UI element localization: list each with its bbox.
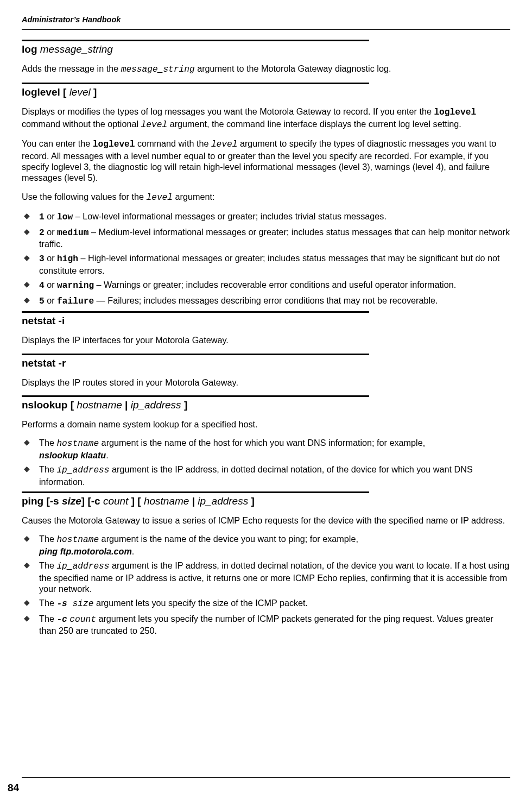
text: . — [132, 546, 135, 556]
heading-argument: count — [103, 495, 128, 507]
list-item: The -s size argument lets you specify th… — [22, 597, 510, 609]
heading-argument: size — [62, 495, 81, 507]
code-kw: low — [57, 212, 73, 222]
heading-keyword: ping [-s — [22, 495, 59, 507]
heading-sep: | — [122, 399, 131, 411]
text: or — [45, 295, 57, 305]
text: argument lets you specify the number of … — [39, 614, 493, 635]
heading-log: log message_string — [22, 43, 510, 55]
text: The — [39, 534, 56, 544]
code-arg: ip_address — [56, 562, 109, 571]
text: argument to the Motorola Gateway diagnos… — [195, 64, 391, 73]
text: command with the — [135, 138, 211, 148]
heading-nslookup: nslookup [ hostname | ip_address ] — [22, 399, 510, 411]
heading-argument: message_string — [40, 43, 113, 55]
space — [67, 599, 73, 609]
heading-argument: hostname — [144, 495, 189, 507]
code-kw: medium — [57, 228, 88, 238]
code-arg: count — [69, 615, 96, 625]
code-num: 4 — [39, 281, 45, 291]
text: or — [45, 227, 57, 237]
heading-keyword: ] — [251, 495, 254, 507]
paragraph: Use the following values for the level a… — [22, 191, 510, 203]
running-header: Administrator’s Handbook — [22, 15, 510, 24]
code-arg: level — [141, 120, 168, 130]
code-arg: hostname — [56, 439, 99, 449]
heading-keyword: nslookup [ — [22, 399, 74, 411]
text: argument: — [173, 192, 214, 201]
heading-netstat-i: netstat -i — [22, 315, 510, 327]
code-arg: level — [211, 140, 238, 149]
paragraph: You can enter the loglevel command with … — [22, 138, 510, 184]
text: or — [45, 280, 57, 289]
list-item: The -c count argument lets you specify t… — [22, 613, 510, 636]
list-item: 5 or failure — Failures; includes messag… — [22, 295, 510, 307]
code-kw: warning — [57, 281, 94, 291]
text: Use the following values for the — [22, 192, 146, 201]
text: – Warnings or greater; includes recovera… — [94, 280, 456, 289]
paragraph: Displays the IP routes stored in your Mo… — [22, 377, 510, 388]
code-arg: ip_address — [56, 465, 109, 475]
list-item: The ip_address argument is the IP addres… — [22, 464, 510, 487]
section-rule — [22, 395, 369, 397]
heading-loglevel: loglevel [ level ] — [22, 86, 510, 98]
heading-keyword: ] [ — [128, 495, 141, 507]
text: The — [39, 438, 56, 447]
code-arg: level — [146, 193, 173, 203]
paragraph: Causes the Motorola Gateway to issue a s… — [22, 515, 510, 526]
section-rule — [22, 354, 369, 355]
code-arg: hostname — [56, 535, 99, 545]
heading-argument: ip_address — [131, 399, 181, 411]
text: . — [106, 450, 109, 460]
section-rule — [22, 491, 369, 493]
heading-sep: | — [189, 495, 198, 507]
heading-netstat-r: netstat -r — [22, 357, 510, 369]
section-rule — [22, 311, 369, 313]
text: Adds the message in the — [22, 64, 121, 73]
text: command without the optional — [22, 119, 141, 129]
list-item: 3 or high – High-level informational mes… — [22, 253, 510, 276]
code-num: 3 — [39, 254, 45, 264]
text: Displays or modifies the types of log me… — [22, 106, 434, 116]
list-item: 2 or medium – Medium-level informational… — [22, 226, 510, 250]
code-num: 1 — [39, 212, 45, 222]
document-page: Administrator’s Handbook log message_str… — [0, 0, 532, 807]
list-item: 1 or low – Low-level informational messa… — [22, 211, 510, 223]
heading-keyword: ] [-c — [81, 495, 100, 507]
heading-keyword: log — [22, 43, 37, 55]
list-item: The hostname argument is the name of the… — [22, 437, 510, 461]
text: or — [45, 253, 57, 263]
text: You can enter the — [22, 138, 93, 148]
code-flag: -s — [56, 599, 67, 609]
text: The — [39, 560, 56, 570]
text: argument is the IP address, in dotted de… — [39, 560, 509, 594]
example: nslookup klaatu — [39, 450, 106, 460]
text: or — [45, 211, 57, 221]
text: — Failures; includes messages describing… — [94, 295, 438, 305]
text: argument, the command line interface dis… — [167, 119, 461, 129]
footer-rule — [22, 777, 510, 778]
heading-keyword: ] — [93, 86, 97, 98]
loglevel-list: 1 or low – Low-level informational messa… — [22, 211, 510, 307]
text: The — [39, 598, 56, 608]
list-item: The ip_address argument is the IP addres… — [22, 560, 510, 594]
heading-argument: ip_address — [198, 495, 248, 507]
code-kw: loglevel — [434, 108, 476, 117]
code-flag: -c — [56, 615, 67, 625]
text: – High-level informational messages or g… — [39, 253, 499, 275]
page-number: 84 — [8, 782, 19, 794]
paragraph: Adds the message in the message_string a… — [22, 63, 510, 75]
text: argument is the name of the host for whi… — [99, 438, 425, 447]
example: ping ftp.motorola.com — [39, 546, 132, 556]
list-item: 4 or warning – Warnings or greater; incl… — [22, 279, 510, 291]
heading-ping: ping [-s size] [-c count ] [ hostname | … — [22, 495, 510, 507]
code-kw: failure — [57, 297, 94, 306]
text: – Low-level informational messages or gr… — [73, 211, 387, 221]
heading-keyword: ] — [184, 399, 187, 411]
text: argument is the name of the device you w… — [99, 534, 358, 544]
code-kw: high — [57, 254, 78, 264]
section-rule — [22, 40, 369, 41]
text: argument lets you specify the size of th… — [93, 598, 308, 608]
list-item: The hostname argument is the name of the… — [22, 533, 510, 557]
code-kw: loglevel — [93, 140, 135, 149]
